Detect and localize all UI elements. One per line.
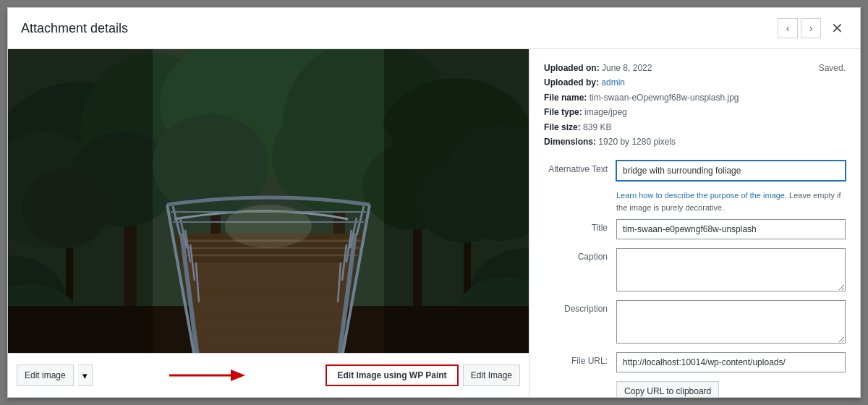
edit-image-dropdown-button[interactable]: ▾ [78, 364, 93, 386]
title-input[interactable] [616, 219, 846, 239]
uploaded-on-value: June 8, 2022 [602, 63, 652, 73]
description-field: Description [544, 300, 846, 344]
caption-field: Caption [544, 248, 846, 291]
file-name-row: File name: tim-swaan-eOpewngf68w-unsplas… [544, 90, 846, 105]
dropdown-arrow-icon: ▾ [82, 370, 88, 381]
copy-url-container: Copy URL to clipboard [544, 381, 846, 397]
next-button[interactable]: › [801, 18, 821, 38]
edit-image-button2[interactable]: Edit Image [463, 364, 520, 386]
description-label: Description [544, 300, 616, 314]
file-name-value: tim-swaan-eOpewngf68w-unsplash.jpg [590, 93, 739, 103]
caption-textarea[interactable] [616, 248, 846, 291]
uploaded-by-link[interactable]: admin [601, 77, 625, 88]
alt-text-field: Alternative Text [544, 161, 846, 181]
svg-marker-57 [231, 370, 245, 381]
copy-url-button[interactable]: Copy URL to clipboard [616, 381, 719, 397]
alt-text-label: Alternative Text [544, 161, 616, 174]
attachment-details-modal: Attachment details ‹ › ✕ [7, 7, 861, 398]
prev-button[interactable]: ‹ [778, 18, 798, 38]
file-size-row: File size: 839 KB [544, 120, 846, 135]
dimensions-value: 1920 by 1280 pixels [598, 137, 676, 147]
file-size-value: 839 KB [583, 122, 611, 132]
saved-text: Saved. [819, 61, 846, 75]
uploaded-by-row: Uploaded by: admin [544, 75, 846, 90]
dimensions-row: Dimensions: 1920 by 1280 pixels [544, 135, 846, 149]
uploaded-on-row: Uploaded on: June 8, 2022 [544, 61, 846, 75]
edit-image-button[interactable]: Edit image [17, 364, 74, 386]
title-label: Title [544, 219, 616, 233]
svg-point-55 [225, 205, 312, 248]
alt-text-help-link[interactable]: Learn how to describe the purpose of the… [616, 191, 787, 200]
file-url-field: File URL: [544, 352, 846, 372]
modal-title: Attachment details [21, 21, 128, 36]
file-url-label: File URL: [544, 352, 616, 366]
file-info: Saved. Uploaded on: June 8, 2022 Uploade… [544, 61, 846, 149]
description-textarea[interactable] [616, 300, 846, 344]
file-url-input[interactable] [616, 352, 846, 372]
alt-text-input[interactable] [616, 161, 846, 181]
details-panel: Saved. Uploaded on: June 8, 2022 Uploade… [529, 49, 860, 397]
caption-label: Caption [544, 248, 616, 262]
close-button[interactable]: ✕ [827, 18, 847, 38]
alt-text-help: Learn how to describe the purpose of the… [616, 189, 846, 213]
title-field: Title [544, 219, 846, 239]
svg-rect-53 [8, 49, 153, 353]
image-footer: Edit image ▾ Edit Image using WP Paint E… [8, 353, 529, 397]
svg-rect-54 [384, 49, 529, 353]
modal-body: Edit image ▾ Edit Image using WP Paint E… [8, 49, 860, 397]
arrow-container [97, 361, 322, 390]
edit-image-wp-paint-button[interactable]: Edit Image using WP Paint [326, 364, 458, 386]
file-type-row: File type: image/jpeg [544, 105, 846, 119]
image-panel: Edit image ▾ Edit Image using WP Paint E… [8, 49, 529, 397]
image-container [8, 49, 529, 353]
file-type-value: image/jpeg [584, 107, 627, 117]
modal-header: Attachment details ‹ › ✕ [8, 8, 860, 49]
modal-navigation: ‹ › ✕ [778, 18, 847, 38]
